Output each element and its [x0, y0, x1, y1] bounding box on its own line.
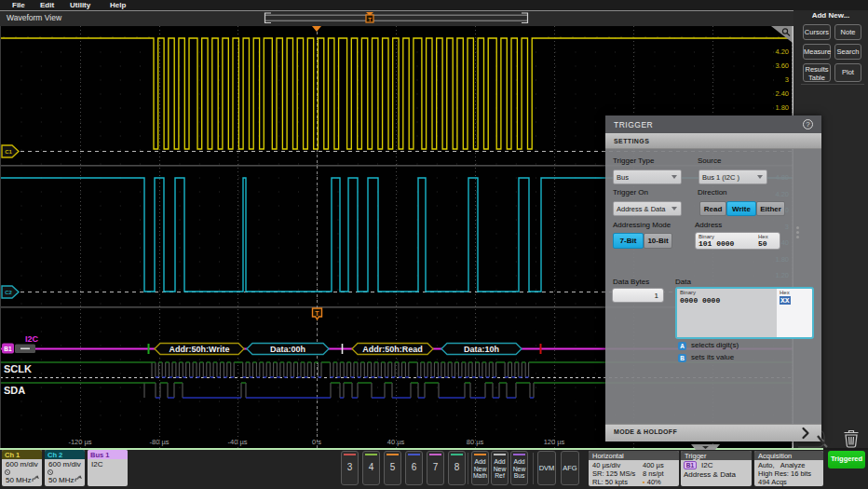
- svg-text:-120 µs: -120 µs: [68, 438, 91, 446]
- svg-text:40 µs: 40 µs: [387, 438, 405, 446]
- svg-text:3: 3: [785, 75, 789, 84]
- svg-text:SDA: SDA: [4, 385, 25, 396]
- svg-text:4.20: 4.20: [775, 48, 789, 56]
- svg-text:Data:10h: Data:10h: [464, 345, 499, 354]
- svg-text:80 µs: 80 µs: [467, 438, 484, 446]
- svg-text:Addr:50h:Read: Addr:50h:Read: [362, 345, 423, 354]
- svg-text:-40 µs: -40 µs: [228, 438, 248, 446]
- svg-text:1.80: 1.80: [775, 103, 789, 112]
- svg-text:I2C: I2C: [25, 334, 39, 344]
- svg-text:C1: C1: [5, 149, 12, 155]
- svg-text:SCLK: SCLK: [4, 363, 32, 374]
- svg-text:B1: B1: [4, 346, 12, 352]
- svg-text:-80 µs: -80 µs: [150, 438, 170, 446]
- svg-text:2.40: 2.40: [775, 89, 789, 98]
- svg-text:0 s: 0 s: [312, 438, 321, 446]
- svg-text:120 µs: 120 µs: [544, 438, 565, 446]
- svg-text:T: T: [315, 310, 319, 317]
- svg-text:3.60: 3.60: [775, 61, 789, 70]
- svg-text:Addr:50h:Write: Addr:50h:Write: [170, 345, 230, 354]
- svg-text:Data:00h: Data:00h: [270, 345, 305, 354]
- svg-text:T: T: [368, 17, 372, 22]
- svg-text:C2: C2: [5, 290, 12, 295]
